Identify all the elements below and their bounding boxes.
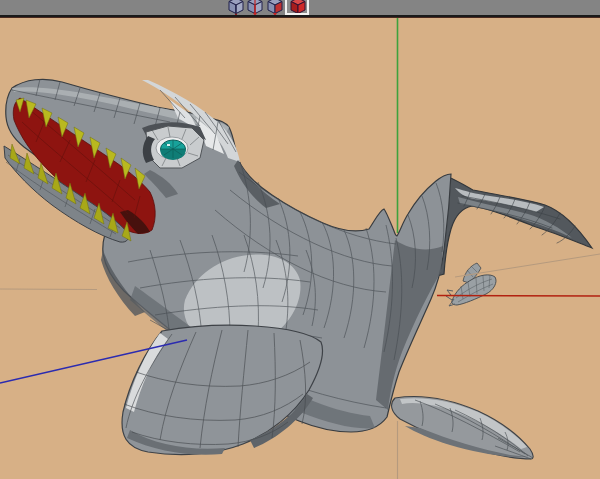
3d-app-window: { "window": { "width": 600, "height": 47… [0,0,600,479]
hidden-line-cube-icon [246,0,264,15]
x-axis-hidden-segment [0,289,97,290]
3d-viewport[interactable] [0,18,600,479]
viewport-canvas [0,18,600,479]
flat-shaded-cube-icon [266,0,284,15]
display-mode-hidden-line-button[interactable] [246,0,264,15]
display-mode-toolbar [0,0,600,15]
shaded-cube-icon [287,0,307,15]
display-mode-flat-shaded-button[interactable] [266,0,284,15]
x-axis-line [437,296,600,297]
wireframe-cube-icon [227,0,245,15]
toolbar-separator-maroon [0,17,600,19]
display-mode-shaded-button[interactable] [285,0,309,15]
display-mode-wireframe-button[interactable] [227,0,245,15]
